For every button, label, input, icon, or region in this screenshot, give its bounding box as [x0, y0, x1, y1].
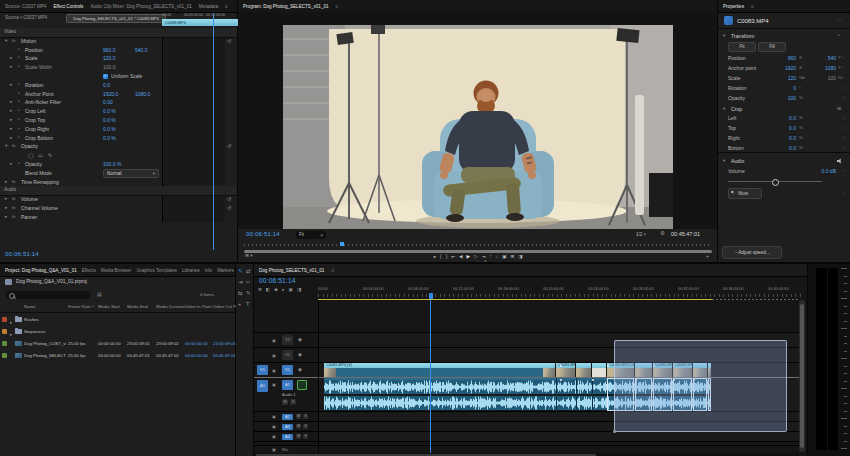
program-timecode[interactable]: 00:06:51:14 [246, 231, 280, 237]
lock-track-icon[interactable]: ▣ [272, 447, 276, 452]
ec-value[interactable]: 1920.0 [103, 90, 118, 99]
lock-track-icon[interactable]: ▣ [272, 414, 276, 419]
ec-row-motion[interactable]: ▾fxMotion [0, 37, 160, 46]
tab-properties[interactable]: Properties [723, 4, 744, 9]
ec-value[interactable]: 100.0 [103, 63, 116, 72]
solo-track-button[interactable]: S [290, 399, 296, 405]
reset-effect-icon[interactable]: ↺ [227, 195, 231, 204]
filter-bin-icon[interactable]: ▤ [97, 291, 102, 297]
keyframe-toggle-icon[interactable]: ○ [842, 93, 845, 103]
source-patch-v1[interactable]: V1 [257, 365, 268, 375]
keyframe-toggle-icon[interactable]: ○ [842, 63, 845, 73]
ec-row-channel-volume[interactable]: ▸fxChannel Volume [0, 204, 160, 213]
ec-value[interactable]: 0.0 % [103, 107, 116, 116]
timeline-ruler[interactable]: 00:0000:04:00:0000:08:00:0000:12:00:0000… [254, 286, 807, 300]
keyframe-dot[interactable] [592, 379, 594, 381]
track-name-a1[interactable]: A1 [282, 380, 293, 390]
video-clip-segment[interactable]: C0083.MP4 [V] [556, 363, 575, 377]
twirl-icon[interactable]: ▸ [5, 204, 7, 213]
ec-timecode[interactable]: 00:06:51:14 [5, 251, 39, 257]
toggle-track-output-icon[interactable]: ◉ [298, 337, 302, 342]
toggle-track-output-icon[interactable]: ◉ [298, 352, 302, 357]
keyframe-toggle-icon[interactable]: ○ [842, 113, 845, 123]
property-value[interactable]: 120 [762, 73, 796, 83]
mask-rect-icon[interactable]: ▭ [38, 151, 43, 160]
ec-row-opacity[interactable]: ▾fxOpacity [0, 142, 160, 151]
tab-graphics-templates[interactable]: Graphics Templates [136, 268, 177, 273]
column-header-frame-rate[interactable]: Frame Rate ^ [68, 304, 94, 309]
video-clip-segment[interactable] [576, 363, 591, 377]
column-header-video-in-point[interactable]: Video In Point [185, 304, 212, 309]
track-lane[interactable] [318, 432, 799, 441]
keyframe-toggle-icon[interactable]: ○ [842, 83, 845, 93]
panel-menu-icon[interactable]: ≡ [225, 3, 228, 9]
keyframe-dot[interactable] [607, 365, 609, 367]
stopwatch-icon[interactable]: ◔ [17, 116, 20, 125]
track-name-a2[interactable]: A2 [282, 414, 293, 420]
stopwatch-icon[interactable]: ◔ [17, 46, 20, 55]
playhead-grip[interactable] [429, 293, 433, 299]
marquee-handle[interactable] [613, 430, 616, 433]
twirl-icon[interactable]: ▾ [5, 142, 7, 151]
lock-track-icon[interactable]: ▣ [272, 368, 276, 373]
solo-track-button[interactable]: S [303, 434, 308, 439]
reset-effect-icon[interactable]: ↺ [227, 204, 231, 213]
track-select-forward-tool[interactable]: ⇄ [246, 268, 251, 274]
ec-row-time-remapping[interactable]: ▸fxTime Remapping [0, 178, 160, 187]
checkbox-icon[interactable] [103, 74, 108, 79]
twirl-icon[interactable]: ▸ [10, 54, 12, 63]
solo-track-button[interactable]: S [303, 424, 308, 429]
ec-value[interactable]: 0.0 % [103, 116, 116, 125]
track-focus-box[interactable] [297, 380, 307, 390]
keyframe-toggle-icon[interactable]: ○ [842, 166, 845, 176]
twirl-icon[interactable]: ▸ [10, 134, 12, 143]
type-tool[interactable]: T [246, 301, 249, 307]
column-header-name[interactable]: Name [24, 304, 35, 309]
label-color-chip[interactable] [2, 341, 7, 346]
ec-row-volume[interactable]: ▸fxVolume [0, 195, 160, 204]
twirl-icon[interactable]: ▸ [5, 178, 7, 187]
selection-tool[interactable]: ↖ [238, 268, 243, 274]
stopwatch-icon[interactable]: ◔ [17, 125, 20, 134]
project-root-label[interactable]: Dog Photog_Q&A_V01_01.prproj [16, 279, 87, 284]
table-row-rushes[interactable]: ▸Rushes [0, 314, 235, 325]
ec-row-anchor-point[interactable]: ◔Anchor Point1920.01080.0 [0, 90, 160, 99]
button-editor-icon[interactable]: ▸ [485, 259, 487, 263]
source-patch-a1[interactable]: A1 [257, 380, 268, 392]
ec-row-position[interactable]: ◔Position960.0540.0 [0, 46, 160, 55]
ec-row-crop-right[interactable]: ▸◔Crop Right0.0 % [0, 125, 160, 134]
multi-camera-button[interactable]: ◨ [518, 254, 522, 259]
program-playhead-marker[interactable] [340, 242, 344, 246]
tab-audio-clip-mixer-dog-photog-selects-v01-01[interactable]: Audio Clip Mixer: Dog Photog_SELECTS_v01… [90, 4, 191, 9]
adjust-speed-button[interactable]: ◔ Adjust speed... [722, 246, 782, 259]
mark-in-button[interactable]: { [440, 254, 442, 259]
twirl-icon[interactable]: ▸ [5, 213, 7, 222]
zoom-level-dropdown[interactable]: Fit▾ [296, 231, 326, 239]
ec-row-crop-left[interactable]: ▸◔Crop Left0.0 % [0, 107, 160, 116]
stopwatch-icon[interactable]: ◔ [17, 134, 20, 143]
solo-track-button[interactable]: S [303, 414, 308, 419]
table-row-sequences[interactable]: ▸Sequences [0, 326, 235, 337]
property-value[interactable]: 0.0 [762, 123, 796, 133]
tab-effects[interactable]: Effects [82, 268, 96, 273]
tab-markers[interactable]: Markers [217, 268, 234, 273]
mute-track-button[interactable]: M [296, 414, 301, 419]
ec-value[interactable]: 1080.0 [135, 90, 150, 99]
ripple-edit-tool[interactable]: ⇥ [238, 279, 243, 285]
tab-info[interactable]: Info [205, 268, 213, 273]
tab-project-dog-photog-q-a-v01-01[interactable]: Project: Dog Photog_Q&A_V01_01 [5, 268, 77, 273]
ec-row-scale[interactable]: ▸◔Scale120.0 [0, 54, 160, 63]
horizontal-scrollbar-handle[interactable] [256, 454, 596, 456]
tab-effect-controls[interactable]: Effect Controls [53, 4, 83, 9]
table-row-dog-photog-selects-v01[interactable]: Dog Photog_SELECTS_v01_25.00 fps00:00:00… [0, 350, 235, 361]
ec-row-opacity[interactable]: ▸◔Opacity100.0 % [0, 160, 160, 169]
table-row-dog-photog-cust-v01-01[interactable]: Dog Photog_CUST_v01_0125.00 fps00:00:00:… [0, 338, 235, 349]
lock-track-icon[interactable]: ▣ [272, 434, 276, 439]
column-header-media-end[interactable]: Media End [127, 304, 148, 309]
twirl-icon[interactable]: ▸ [5, 195, 7, 204]
pen-tool[interactable]: ✎ [246, 290, 251, 296]
link-icon[interactable]: ∞ [802, 73, 805, 83]
keyframe-toggle-icon[interactable]: ○ [842, 190, 845, 195]
ec-value[interactable]: 0.0 [103, 81, 110, 90]
ec-row-uniform-scale[interactable]: Uniform Scale [0, 72, 160, 81]
